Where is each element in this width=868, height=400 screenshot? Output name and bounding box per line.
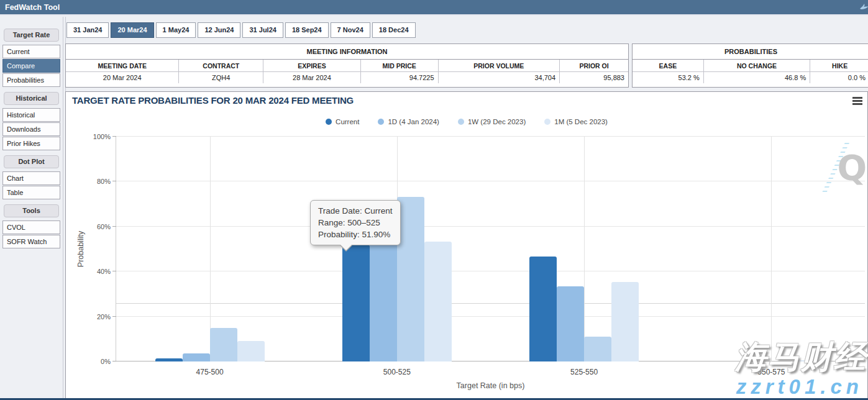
legend-label: Current xyxy=(336,118,359,125)
sidebar-item-sofr-watch[interactable]: SOFR Watch xyxy=(2,235,60,248)
cell-prior-oi: 95,883 xyxy=(560,72,628,84)
cell-mid-price: 94.7225 xyxy=(360,72,438,84)
chart-legend: Current1D (4 Jan 2024)1W (29 Dec 2023)1M… xyxy=(66,118,867,125)
x-category-label-500-525: 500-525 xyxy=(383,368,411,376)
column-header-no-change: NO CHANGE xyxy=(703,60,810,72)
sidebar-item-chart[interactable]: Chart xyxy=(2,171,60,185)
tab-20-mar24[interactable]: 20 Mar24 xyxy=(111,22,153,38)
legend-label: 1D (4 Jan 2024) xyxy=(388,118,439,125)
gridline-y-80 xyxy=(116,181,865,181)
chart-title: TARGET RATE PROBABILITIES FOR 20 MAR 202… xyxy=(72,95,354,106)
tooltip-probability: Probability: 51.90% xyxy=(318,229,393,240)
reference-line xyxy=(116,303,865,304)
sidebar-section-dot-plot: Dot Plot xyxy=(4,155,59,168)
y-axis-title: Probability xyxy=(76,231,85,267)
sidebar-item-prior-hikes[interactable]: Prior Hikes xyxy=(2,137,60,150)
tab-7-nov24[interactable]: 7 Nov24 xyxy=(331,22,370,38)
legend-label: 1M (5 Dec 2023) xyxy=(554,118,608,125)
cell-no-change: 46.8 % xyxy=(703,72,810,84)
legend-marker-circle xyxy=(326,119,332,125)
bar-current-525-550[interactable] xyxy=(529,257,557,361)
y-tick-mark xyxy=(112,226,116,227)
bar-1w-29-dec-2023-500-525[interactable] xyxy=(397,197,424,361)
tab-12-jun24[interactable]: 12 Jun24 xyxy=(198,22,240,38)
chart-plot-area: Probability Target Rate (in bps) Q Trade… xyxy=(116,137,865,361)
bar-1d-4-jan-2024-475-500[interactable] xyxy=(183,353,210,361)
tab-1-may24[interactable]: 1 May24 xyxy=(156,22,196,38)
column-header-mid-price: MID PRICE xyxy=(360,60,438,72)
tooltip-trade-date: Trade Date: Current xyxy=(318,205,393,217)
bar-1w-29-dec-2023-475-500[interactable] xyxy=(210,328,237,361)
sidebar-item-cvol[interactable]: CVOL xyxy=(2,220,60,234)
bar-1m-5-dec-2023-500-525[interactable] xyxy=(424,242,452,361)
table-row: 53.2 %46.8 %0.0 % xyxy=(633,72,868,84)
title-bar: FedWatch Tool xyxy=(0,0,868,16)
column-header-contract: CONTRACT xyxy=(179,60,263,72)
meeting-info-panel: MEETING INFORMATION MEETING DATECONTRACT… xyxy=(65,43,629,88)
gridline-y-100 xyxy=(116,136,865,137)
sidebar-section-target-rate: Target Rate xyxy=(4,29,59,42)
bar-1m-5-dec-2023-525-550[interactable] xyxy=(611,282,639,361)
chart-header: TARGET RATE PROBABILITIES FOR 20 MAR 202… xyxy=(72,95,862,109)
y-tick-mark xyxy=(112,181,116,181)
tab-31-jul24[interactable]: 31 Jul24 xyxy=(242,22,283,38)
sidebar-section-tools: Tools xyxy=(4,204,59,217)
gridline-y-40 xyxy=(116,271,865,271)
legend-item-1m-5-dec-2023[interactable]: 1M (5 Dec 2023) xyxy=(544,118,608,125)
y-tick-mark xyxy=(112,361,116,361)
legend-item-current[interactable]: Current xyxy=(326,118,359,125)
site-watermark-url: zzrt01.cn xyxy=(736,375,863,399)
column-header-hike: HIKE xyxy=(810,60,868,72)
bar-1w-29-dec-2023-525-550[interactable] xyxy=(584,337,611,361)
legend-item-1d-4-jan-2024[interactable]: 1D (4 Jan 2024) xyxy=(378,118,439,125)
tab-31-jan24[interactable]: 31 Jan24 xyxy=(66,22,109,38)
bar-current-500-525[interactable] xyxy=(342,245,370,361)
x-category-label-475-500: 475-500 xyxy=(196,368,224,376)
bar-1d-4-jan-2024-525-550[interactable] xyxy=(557,286,584,361)
probabilities-panel: PROBABILITIES EASENO CHANGEHIKE 53.2 %46… xyxy=(632,43,868,88)
tooltip-range: Range: 500–525 xyxy=(318,217,393,229)
y-tick-mark xyxy=(112,136,116,137)
y-tick-mark xyxy=(112,316,116,317)
chart-tooltip: Trade Date: Current Range: 500–525 Proba… xyxy=(310,200,401,245)
meeting-info-title: MEETING INFORMATION xyxy=(66,44,628,60)
cell-prior-volume: 34,704 xyxy=(438,72,559,84)
app-title: FedWatch Tool xyxy=(0,3,60,12)
y-tick-mark xyxy=(112,271,116,271)
y-tick-label: 80% xyxy=(97,178,111,185)
column-header-prior-volume: PRIOR VOLUME xyxy=(438,60,559,72)
bar-1m-5-dec-2023-475-500[interactable] xyxy=(237,341,265,361)
probabilities-table: EASENO CHANGEHIKE 53.2 %46.8 %0.0 % xyxy=(633,60,868,83)
cell-meeting-date: 20 Mar 2024 xyxy=(66,72,179,84)
sidebar-section-historical: Historical xyxy=(4,92,59,105)
table-row: 20 Mar 2024ZQH428 Mar 202494.722534,7049… xyxy=(66,72,628,84)
cell-contract: ZQH4 xyxy=(179,72,263,84)
sidebar-item-downloads[interactable]: Downloads xyxy=(2,122,60,136)
quikstrike-watermark: Q xyxy=(817,143,867,195)
tab-18-dec24[interactable]: 18 Dec24 xyxy=(372,22,416,38)
meeting-tabs: 31 Jan2420 Mar241 May2412 Jun2431 Jul241… xyxy=(66,22,418,38)
sidebar-item-table[interactable]: Table xyxy=(2,186,60,199)
sidebar-item-probabilities[interactable]: Probabilities xyxy=(2,73,60,87)
legend-item-1w-29-dec-2023[interactable]: 1W (29 Dec 2023) xyxy=(458,118,526,125)
y-tick-label: 0% xyxy=(101,358,111,365)
sidebar-item-historical[interactable]: Historical xyxy=(2,108,60,122)
site-watermark-text: 海马财经 xyxy=(735,336,867,379)
cell-expires: 28 Mar 2024 xyxy=(263,72,361,84)
tab-18-sep24[interactable]: 18 Sep24 xyxy=(285,22,329,38)
legend-marker-circle xyxy=(544,119,550,125)
cell-hike: 0.0 % xyxy=(810,72,868,84)
hamburger-menu-icon[interactable] xyxy=(852,97,862,105)
legend-label: 1W (29 Dec 2023) xyxy=(468,118,526,125)
probabilities-title: PROBABILITIES xyxy=(633,44,868,60)
column-header-prior-oi: PRIOR OI xyxy=(560,60,628,72)
fedwatch-tool-app: FedWatch Tool Target RateCurrentCompareP… xyxy=(0,0,868,400)
sidebar-item-compare[interactable]: Compare xyxy=(2,59,60,73)
sidebar-item-current[interactable]: Current xyxy=(2,45,60,58)
column-header-ease: EASE xyxy=(633,60,703,72)
bar-current-475-500[interactable] xyxy=(155,358,183,361)
bird-icon[interactable] xyxy=(859,2,868,12)
legend-marker-circle xyxy=(458,119,464,125)
column-header-expires: EXPIRES xyxy=(263,60,361,72)
y-tick-label: 100% xyxy=(93,133,111,140)
